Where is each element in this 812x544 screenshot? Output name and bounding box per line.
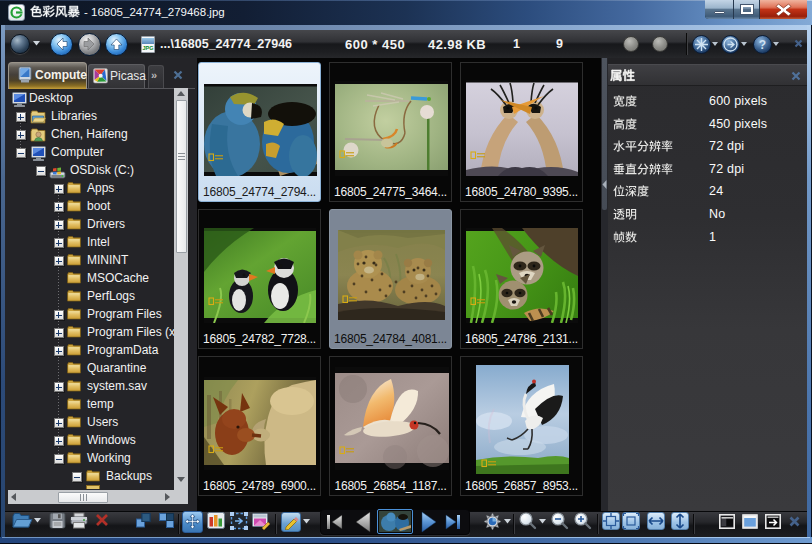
svg-text:?: ? xyxy=(758,38,765,52)
